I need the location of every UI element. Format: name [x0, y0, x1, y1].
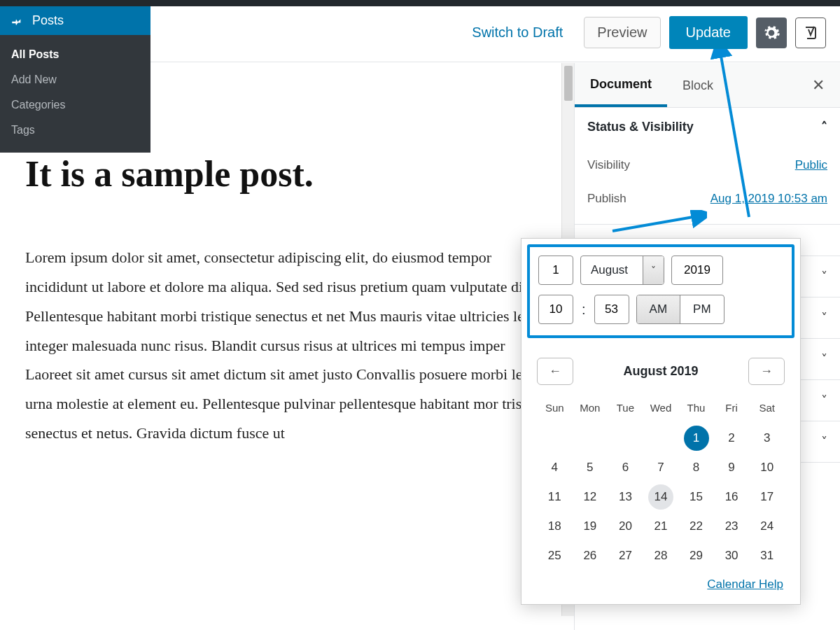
publish-row: Publish Aug 1, 2019 10:53 am	[587, 182, 827, 216]
calendar-day[interactable]: 22	[684, 514, 709, 539]
calendar-day[interactable]: 23	[719, 514, 744, 539]
calendar-day[interactable]: 11	[542, 484, 567, 510]
calendar-day[interactable]: 15	[684, 484, 709, 510]
calendar-day[interactable]: 9	[719, 455, 744, 480]
prev-month-button[interactable]: ←	[537, 358, 573, 385]
month-select-value: August	[581, 256, 643, 284]
sidebar-section-label: Posts	[32, 13, 64, 28]
calendar-day[interactable]: 13	[612, 484, 638, 510]
sidebar-section-posts[interactable]: Posts	[0, 6, 150, 35]
calendar-day[interactable]: 14	[648, 484, 673, 510]
post-title[interactable]: It is a sample post.	[25, 154, 554, 194]
am-button[interactable]: AM	[637, 295, 680, 323]
chevron-down-icon: ˅	[821, 393, 827, 408]
calendar-day[interactable]: 16	[719, 484, 744, 510]
date-time-inputs-highlight: August ˅ : AM PM	[527, 244, 794, 338]
sidebar-item-add-new[interactable]: Add New	[0, 67, 150, 92]
post-body[interactable]: Lorem ipsum dolor sit amet, consectetur …	[25, 243, 554, 448]
calendar-day[interactable]: 25	[542, 543, 567, 568]
visibility-value-link[interactable]: Public	[795, 158, 827, 172]
calendar-day[interactable]: 10	[755, 455, 780, 480]
hour-input[interactable]	[538, 295, 573, 324]
calendar-day[interactable]: 7	[648, 455, 673, 480]
visibility-row: Visibility Public	[587, 148, 827, 182]
ampm-toggle: AM PM	[636, 295, 724, 324]
calendar-day[interactable]: 27	[612, 543, 638, 568]
calendar-day[interactable]: 20	[612, 514, 638, 539]
arrow-right-icon: →	[760, 364, 773, 378]
day-input[interactable]	[538, 255, 573, 285]
section-status-toggle[interactable]: Status & Visibility ˄	[575, 108, 840, 146]
arrow-left-icon: ←	[549, 364, 561, 378]
calendar-day[interactable]: 28	[648, 543, 673, 568]
calendar-dow: Tue	[608, 396, 643, 424]
settings-tabs: Document Block ✕	[575, 63, 840, 108]
chevron-down-icon: ˅	[821, 434, 827, 449]
calendar-grid: SunMonTueWedThuFriSat 123456789101112131…	[537, 396, 785, 570]
calendar-day[interactable]: 29	[684, 543, 709, 568]
settings-gear-button[interactable]	[756, 18, 787, 48]
yoast-icon	[802, 24, 819, 41]
calendar-dow: Fri	[714, 396, 750, 424]
year-input[interactable]	[671, 255, 723, 285]
chevron-down-icon: ˅	[821, 310, 827, 326]
calendar: ← August 2019 → SunMonTueWedThuFriSat 12…	[522, 344, 800, 594]
publish-label: Publish	[587, 192, 626, 206]
switch-to-draft-button[interactable]: Switch to Draft	[472, 24, 563, 41]
admin-sidebar: Posts All Posts Add New Categories Tags	[0, 6, 150, 153]
calendar-day[interactable]: 19	[578, 514, 603, 539]
calendar-day[interactable]: 5	[578, 455, 603, 480]
calendar-help-link[interactable]: Calendar Help	[707, 578, 783, 591]
calendar-day[interactable]: 21	[648, 514, 673, 539]
close-icon: ✕	[812, 76, 825, 94]
scrollbar-thumb[interactable]	[564, 66, 573, 101]
preview-button[interactable]: Preview	[584, 17, 660, 48]
calendar-day[interactable]: 2	[719, 426, 744, 451]
next-month-button[interactable]: →	[748, 358, 785, 385]
calendar-day[interactable]: 6	[612, 455, 638, 480]
gear-icon	[762, 24, 780, 42]
sidebar-item-all-posts[interactable]: All Posts	[0, 42, 150, 67]
section-status-visibility: Status & Visibility ˄ Visibility Public …	[575, 108, 840, 225]
chevron-down-icon: ˅	[821, 351, 827, 367]
pin-icon	[10, 15, 22, 27]
minute-input[interactable]	[594, 295, 629, 324]
section-title: Status & Visibility	[587, 120, 694, 134]
calendar-dow: Mon	[573, 396, 608, 424]
calendar-day[interactable]: 18	[542, 514, 567, 539]
calendar-dow: Wed	[643, 396, 679, 424]
calendar-day[interactable]: 31	[755, 543, 780, 568]
tab-document[interactable]: Document	[575, 63, 667, 107]
chevron-down-icon: ˅	[643, 256, 664, 284]
calendar-dow: Sat	[749, 396, 785, 424]
time-separator: :	[580, 302, 587, 318]
calendar-day[interactable]: 30	[719, 543, 744, 568]
chevron-up-icon: ˄	[821, 119, 827, 134]
yoast-button[interactable]	[795, 18, 826, 48]
admin-top-bar	[0, 0, 840, 6]
sidebar-item-categories[interactable]: Categories	[0, 92, 150, 118]
calendar-dow: Thu	[678, 396, 714, 424]
calendar-day[interactable]: 4	[542, 455, 567, 480]
tab-block[interactable]: Block	[667, 64, 729, 106]
calendar-month-year: August 2019	[623, 364, 698, 379]
calendar-day[interactable]: 8	[684, 455, 709, 480]
calendar-day[interactable]: 17	[755, 484, 780, 510]
chevron-down-icon: ˅	[821, 269, 827, 284]
calendar-dow: Sun	[537, 396, 573, 424]
calendar-day[interactable]: 12	[578, 484, 603, 510]
calendar-day[interactable]: 24	[755, 514, 780, 539]
month-select[interactable]: August ˅	[580, 255, 664, 285]
sidebar-subitems: All Posts Add New Categories Tags	[0, 35, 150, 153]
sidebar-item-tags[interactable]: Tags	[0, 118, 150, 143]
calendar-day[interactable]: 3	[755, 426, 780, 451]
calendar-day[interactable]: 1	[684, 426, 709, 451]
visibility-label: Visibility	[587, 158, 630, 172]
close-panel-button[interactable]: ✕	[805, 72, 832, 99]
date-picker-popover: August ˅ : AM PM ← August 2019 → SunMonT…	[521, 238, 801, 605]
publish-datetime-link[interactable]: Aug 1, 2019 10:53 am	[710, 192, 827, 206]
pm-button[interactable]: PM	[680, 295, 724, 323]
calendar-day[interactable]: 26	[578, 543, 603, 568]
update-button[interactable]: Update	[669, 16, 748, 49]
